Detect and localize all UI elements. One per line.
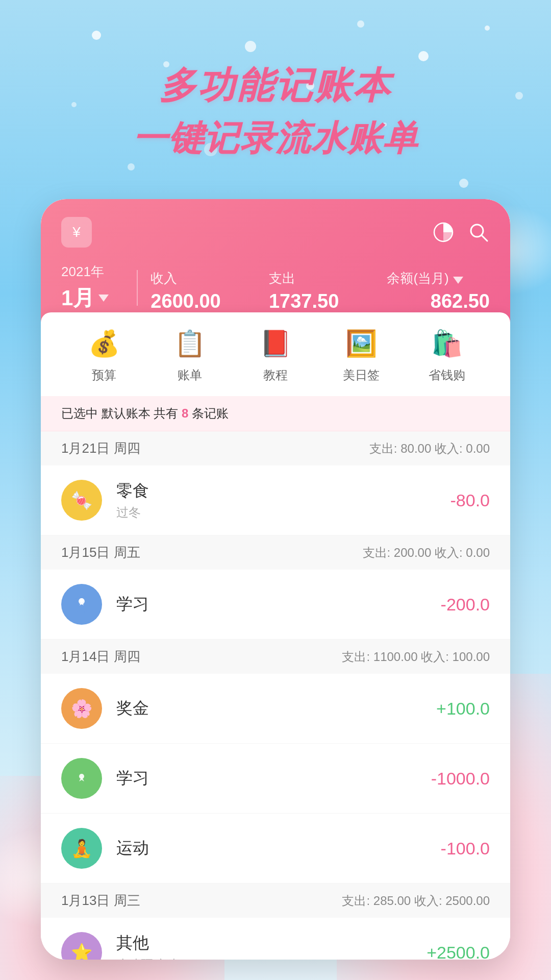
expense-label: 支出 [269, 270, 372, 287]
balance-dropdown-arrow[interactable] [453, 277, 463, 284]
tx-study1-icon [61, 584, 102, 625]
tx-bonus-info: 奖金 [116, 697, 436, 720]
tx-exercise-amount: -100.0 [441, 839, 490, 859]
date-jan21-stats: 支出: 80.00 收入: 0.00 [369, 440, 490, 457]
app-logo: ¥ [61, 217, 92, 248]
income-stat: 收入 2600.00 [151, 270, 254, 312]
ledger-icon: 📋 [171, 325, 208, 362]
nav-journal[interactable]: 🖼️ 美日签 [343, 325, 380, 383]
date-row-jan21: 1月21日 周四 支出: 80.00 收入: 0.00 [41, 431, 510, 465]
phone-card: ¥ [41, 199, 510, 960]
journal-icon: 🖼️ [343, 325, 380, 362]
tx-snack-name: 零食 [116, 480, 450, 502]
tx-study2[interactable]: 学习 -1000.0 [41, 744, 510, 814]
nav-shop-label: 省钱购 [429, 367, 465, 383]
date-row-jan14: 1月14日 周四 支出: 1100.00 收入: 100.00 [41, 640, 510, 674]
quick-nav: 💰 预算 📋 账单 📕 教程 🖼️ 美日签 [41, 312, 510, 396]
date-jan14: 1月14日 周四 [61, 648, 140, 666]
date-row-jan15: 1月15日 周五 支出: 200.00 收入: 0.00 [41, 535, 510, 570]
month-value: 1月 [61, 284, 94, 312]
svg-point-5 [80, 598, 84, 602]
tx-study2-info: 学习 [116, 767, 431, 790]
tx-snack-amount: -80.0 [450, 491, 490, 510]
tx-bonus[interactable]: 🌸 奖金 +100.0 [41, 674, 510, 744]
budget-icon: 💰 [86, 325, 122, 362]
tx-study2-amount: -1000.0 [431, 769, 490, 789]
pie-chart-icon[interactable] [432, 221, 455, 243]
tx-study1-info: 学习 [116, 593, 441, 616]
hero-title: 多功能记账本 一键记录流水账单 [0, 61, 551, 162]
tx-bonus-name: 奖金 [116, 697, 436, 720]
svg-line-2 [482, 235, 487, 241]
income-value: 2600.00 [151, 290, 254, 312]
nav-journal-label: 美日签 [343, 367, 380, 383]
expense-value: 1737.50 [269, 290, 372, 312]
month-dropdown-arrow[interactable] [98, 295, 109, 302]
tx-exercise-name: 运动 [116, 837, 441, 860]
hero-line2: 一键记录流水账单 [0, 115, 551, 162]
tx-study2-icon [61, 758, 102, 799]
account-bar-text: 已选中 默认账本 共有 8 条记账 [61, 406, 229, 420]
hero-line1: 多功能记账本 [0, 61, 551, 110]
balance-value: 862.50 [387, 290, 490, 312]
tx-other-info: 其他 小猪砸碎哒 [116, 932, 427, 960]
balance-stat: 余额(当月) 862.50 [387, 270, 490, 312]
tx-study2-name: 学习 [116, 767, 431, 790]
year-label: 2021年 [61, 263, 109, 281]
date-jan21: 1月21日 周四 [61, 439, 140, 457]
header-top-row: ¥ [61, 217, 490, 248]
tx-snack-icon: 🍬 [61, 480, 102, 521]
tx-snack-info: 零食 过冬 [116, 480, 450, 521]
nav-ledger[interactable]: 📋 账单 [171, 325, 208, 383]
date-jan13: 1月13日 周三 [61, 892, 140, 910]
app-header: ¥ [41, 199, 510, 396]
tutorial-icon: 📕 [257, 325, 294, 362]
tx-other-sub: 小猪砸碎哒 [116, 957, 427, 960]
tx-exercise-icon: 🧘 [61, 828, 102, 869]
tx-other-icon: ⭐ [61, 932, 102, 960]
tx-study1-amount: -200.0 [441, 595, 490, 615]
date-jan13-stats: 支出: 285.00 收入: 2500.00 [342, 893, 490, 909]
tx-snack[interactable]: 🍬 零食 过冬 -80.0 [41, 465, 510, 535]
tx-study1-name: 学习 [116, 593, 441, 616]
tx-snack-sub: 过冬 [116, 504, 450, 521]
expense-stat: 支出 1737.50 [269, 270, 372, 312]
date-jan15: 1月15日 周五 [61, 544, 140, 561]
search-icon[interactable] [467, 221, 490, 243]
nav-ledger-label: 账单 [178, 367, 202, 383]
tx-other-amount: +2500.0 [427, 943, 490, 960]
nav-tutorial-label: 教程 [263, 367, 288, 383]
tx-exercise[interactable]: 🧘 运动 -100.0 [41, 814, 510, 884]
tx-bonus-amount: +100.0 [436, 699, 490, 719]
nav-tutorial[interactable]: 📕 教程 [257, 325, 294, 383]
header-icon-group [432, 221, 490, 243]
balance-label: 余额(当月) [387, 270, 448, 287]
date-jan14-stats: 支出: 1100.00 收入: 100.00 [342, 649, 490, 665]
tx-exercise-info: 运动 [116, 837, 441, 860]
account-info-bar: 已选中 默认账本 共有 8 条记账 [41, 396, 510, 431]
transaction-list: 1月21日 周四 支出: 80.00 收入: 0.00 🍬 零食 过冬 -80.… [41, 431, 510, 960]
income-label: 收入 [151, 270, 254, 287]
tx-other-name: 其他 [116, 932, 427, 954]
tx-bonus-icon: 🌸 [61, 688, 102, 729]
tx-other[interactable]: ⭐ 其他 小猪砸碎哒 +2500.0 [41, 918, 510, 960]
shop-icon: 🛍️ [429, 325, 465, 362]
date-jan15-stats: 支出: 200.00 收入: 0.00 [363, 545, 490, 561]
nav-budget[interactable]: 💰 预算 [86, 325, 122, 383]
nav-budget-label: 预算 [92, 367, 116, 383]
nav-shop[interactable]: 🛍️ 省钱购 [429, 325, 465, 383]
stats-divider [137, 270, 138, 306]
date-row-jan13: 1月13日 周三 支出: 285.00 收入: 2500.00 [41, 884, 510, 918]
tx-study1[interactable]: 学习 -200.0 [41, 570, 510, 640]
